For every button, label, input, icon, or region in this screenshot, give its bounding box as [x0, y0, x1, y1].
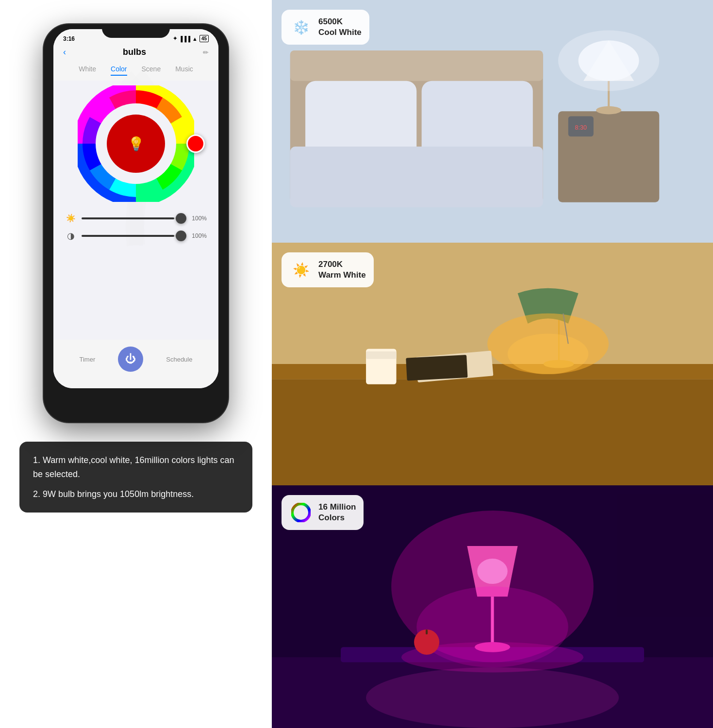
svg-point-51 [292, 504, 310, 521]
cool-white-card: 8:30 ❄️ 6500K Cool White [272, 0, 713, 243]
brightness-slider-row[interactable]: ☀️ 100% [65, 214, 207, 223]
phone-title: bulbs [123, 47, 146, 57]
battery-icon: 45 [199, 35, 209, 42]
svg-point-50 [366, 667, 619, 728]
color-wheel-area[interactable]: 💡 [53, 81, 218, 207]
colors-count: 16 Million [318, 502, 356, 513]
power-icon: ⏻ [125, 353, 136, 365]
tab-scene[interactable]: Scene [142, 65, 161, 76]
saturation-fill [82, 235, 174, 237]
signal-icon: ▐▐▐ [179, 36, 190, 42]
saturation-slider-row[interactable]: ◑ 100% [65, 231, 207, 241]
colors-text: 16 Million Colors [318, 502, 356, 523]
saturation-thumb[interactable] [176, 231, 186, 241]
cool-white-text: 6500K Cool White [318, 17, 362, 38]
phone-screen: 3:16 ✦ ▐▐▐ ▲ 45 ‹ bulbs ✏ [53, 29, 218, 388]
warm-white-badge: ☀️ 2700K Warm White [282, 252, 374, 287]
phone-header: ‹ bulbs ✏ [53, 44, 218, 62]
cool-white-temp: 6500K [318, 17, 362, 27]
back-button[interactable]: ‹ [63, 47, 66, 57]
brightness-fill [82, 217, 174, 219]
schedule-button[interactable]: Schedule [166, 356, 192, 363]
colors-card: 16 Million Colors [272, 485, 713, 728]
phone-bottom-nav: Timer ⏻ Schedule [53, 340, 218, 388]
description-box: 1. Warm white,cool white, 16million colo… [19, 442, 252, 513]
bluetooth-icon: ✦ [173, 35, 177, 42]
tab-music[interactable]: Music [175, 65, 193, 76]
saturation-value: 100% [189, 232, 207, 239]
status-time: 3:16 [63, 35, 75, 42]
contrast-icon: ◑ [65, 231, 77, 241]
cool-white-label: Cool White [318, 27, 362, 38]
snowflake-icon: ❄️ [289, 16, 313, 39]
selected-color-dot[interactable] [186, 134, 205, 153]
desc-item-2: 2. 9W bulb brings you 1050lm brightness. [33, 487, 239, 501]
brightness-track[interactable] [82, 217, 184, 219]
saturation-track[interactable] [82, 235, 184, 237]
right-panel: 8:30 ❄️ 6500K Cool White [272, 0, 713, 728]
phone-tabs: White Color Scene Music [53, 62, 218, 81]
tab-color[interactable]: Color [111, 65, 127, 76]
cool-white-badge: ❄️ 6500K Cool White [282, 10, 369, 45]
phone-notch [102, 24, 170, 38]
phone-wrapper: 3:16 ✦ ▐▐▐ ▲ 45 ‹ bulbs ✏ [34, 15, 238, 432]
colors-label: Colors [318, 513, 356, 523]
tab-white[interactable]: White [79, 65, 96, 76]
svg-text:💡: 💡 [128, 136, 145, 152]
brightness-thumb[interactable] [176, 213, 186, 224]
colors-badge: 16 Million Colors [282, 495, 364, 530]
timer-button[interactable]: Timer [80, 356, 96, 363]
sun-icon: ☀️ [289, 258, 313, 281]
warm-white-temp: 2700K [318, 259, 366, 270]
sliders-area: ☀️ 100% ◑ [53, 207, 218, 256]
left-panel: 3:16 ✦ ▐▐▐ ▲ 45 ‹ bulbs ✏ [0, 0, 272, 728]
power-button[interactable]: ⏻ [118, 347, 143, 372]
phone-body: 3:16 ✦ ▐▐▐ ▲ 45 ‹ bulbs ✏ [44, 24, 228, 422]
wifi-icon: ▲ [192, 36, 198, 42]
warm-white-label: Warm White [318, 270, 366, 281]
brightness-value: 100% [189, 215, 207, 222]
color-wheel-icon [289, 501, 313, 524]
desc-item-1: 1. Warm white,cool white, 16million colo… [33, 453, 239, 481]
warm-white-card: ☀️ 2700K Warm White [272, 243, 713, 485]
color-wheel[interactable]: 💡 [78, 85, 194, 202]
warm-white-text: 2700K Warm White [318, 259, 366, 281]
brightness-icon: ☀️ [65, 214, 77, 223]
edit-button[interactable]: ✏ [203, 49, 209, 56]
